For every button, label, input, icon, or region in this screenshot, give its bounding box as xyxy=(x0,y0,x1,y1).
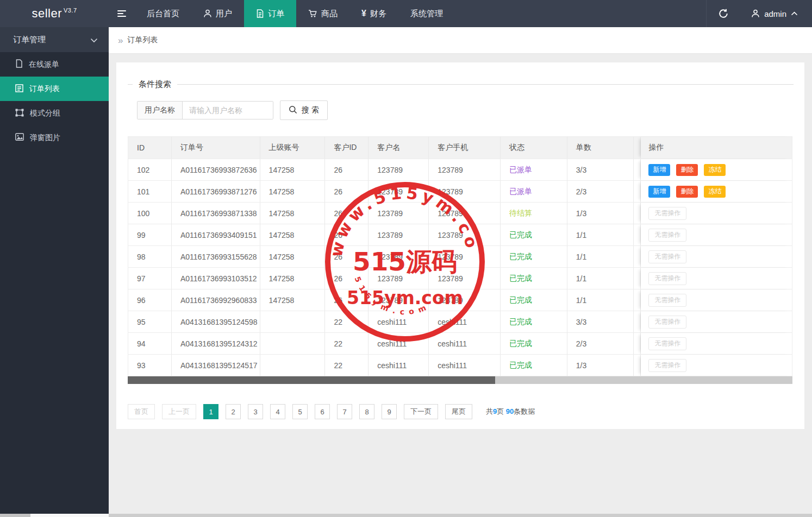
scrollbar-thumb[interactable] xyxy=(128,376,495,384)
table-row: 97 A01161736993103512 147258 26 123789 1… xyxy=(128,268,792,289)
header-cell xyxy=(634,137,641,159)
cell-parent-account: 147258 xyxy=(260,203,326,224)
add-button[interactable]: 新增 xyxy=(648,186,670,198)
search-button[interactable]: 搜 索 xyxy=(280,100,328,120)
sidebar-item-label: 在线派单 xyxy=(29,60,59,70)
cell-count: 2/3 xyxy=(567,181,634,202)
sidebar-toggle-button[interactable] xyxy=(109,0,135,27)
page-number-buttons: 123456789 xyxy=(203,404,397,419)
freeze-button[interactable]: 冻结 xyxy=(704,186,726,198)
search-icon xyxy=(289,105,297,116)
delete-button[interactable]: 删除 xyxy=(676,186,698,198)
page-button-2[interactable]: 2 xyxy=(226,404,241,419)
sidebar-item-popup-image[interactable]: 弹窗图片 xyxy=(0,125,109,150)
cell-customer-id: 22 xyxy=(325,355,368,376)
cell-status: 已完成 xyxy=(501,268,567,289)
header-cell: 客户手机 xyxy=(429,137,501,159)
cell-customer-phone: ceshi111 xyxy=(429,333,501,354)
cell-parent-account: 147258 xyxy=(260,224,326,245)
nav-item-users[interactable]: 用户 xyxy=(191,0,244,27)
sidebar-item-mode-groups[interactable]: 模式分组 xyxy=(0,101,109,125)
cell-count: 1/3 xyxy=(567,355,634,376)
screen: seller V3.7 后台首页 用户 订单 商品 ¥ xyxy=(0,0,812,517)
cell-status: 已派单 xyxy=(501,181,567,202)
sidebar-item-order-list[interactable]: 订单列表 xyxy=(0,77,109,101)
cell-status: 已完成 xyxy=(501,333,567,354)
cell-count: 3/3 xyxy=(567,311,634,332)
topbar: seller V3.7 后台首页 用户 订单 商品 ¥ xyxy=(0,0,812,27)
table-row: 96 A01161736992960833 147258 26 123789 1… xyxy=(128,289,792,311)
add-button[interactable]: 新增 xyxy=(648,164,670,176)
cell-customer-phone: 123789 xyxy=(429,203,501,224)
refresh-icon xyxy=(719,9,728,18)
freeze-button[interactable]: 冻结 xyxy=(704,164,726,176)
cell-order-no: A01161736993871276 xyxy=(172,181,260,202)
app-version: V3.7 xyxy=(64,7,77,14)
cell-actions: 无需操作 xyxy=(641,289,792,311)
cell-parent-account xyxy=(260,355,326,376)
page-horizontal-scrollbar[interactable] xyxy=(0,514,812,517)
page-button-5[interactable]: 5 xyxy=(292,404,308,419)
last-page-button[interactable]: 尾页 xyxy=(445,404,472,419)
page-button-3[interactable]: 3 xyxy=(248,404,263,419)
cell-parent-account xyxy=(260,311,326,332)
nav-item-products-label: 商品 xyxy=(321,9,338,19)
table-row: 98 A01161736993155628 147258 26 123789 1… xyxy=(128,246,792,268)
cell-customer-id: 26 xyxy=(325,289,368,311)
user-menu[interactable]: admin xyxy=(740,0,812,27)
search-button-label: 搜 索 xyxy=(302,105,319,115)
page-button-9[interactable]: 9 xyxy=(382,404,397,419)
sidebar-item-online-dispatch[interactable]: 在线派单 xyxy=(0,52,109,77)
first-page-button[interactable]: 首页 xyxy=(128,404,155,419)
no-action-button: 无需操作 xyxy=(648,337,686,350)
breadcrumb: » 订单列表 xyxy=(109,27,812,54)
prev-page-button[interactable]: 上一页 xyxy=(162,404,196,419)
table-header-row: ID订单号上级账号客户ID客户名客户手机状态单数操作 xyxy=(128,137,792,159)
cell-parent-account: 147258 xyxy=(260,181,326,202)
cell-id: 101 xyxy=(128,181,172,202)
nav-item-orders[interactable]: 订单 xyxy=(244,0,296,27)
nav-item-finance[interactable]: ¥ 财务 xyxy=(349,0,398,27)
nav-item-products[interactable]: 商品 xyxy=(296,0,349,27)
table-row: 99 A01161736993409151 147258 26 123789 1… xyxy=(128,224,792,246)
top-nav: 后台首页 用户 订单 商品 ¥ 财务 系统管理 xyxy=(109,0,455,27)
refresh-button[interactable] xyxy=(706,0,740,27)
cell-actions: 无需操作 xyxy=(641,268,792,289)
page-button-6[interactable]: 6 xyxy=(315,404,330,419)
page-scrollbar-thumb[interactable] xyxy=(30,514,109,517)
page-button-4[interactable]: 4 xyxy=(270,404,285,419)
cell-count: 1/1 xyxy=(567,268,634,289)
cell-customer-id: 22 xyxy=(325,311,368,332)
delete-button[interactable]: 删除 xyxy=(676,164,698,176)
sidebar-group-label: 订单管理 xyxy=(13,35,46,45)
cell-customer-phone: 123789 xyxy=(429,289,501,311)
cell-customer-name: 123789 xyxy=(368,246,429,267)
yen-icon: ¥ xyxy=(361,9,366,18)
chevron-down-icon xyxy=(90,35,98,45)
page-button-8[interactable]: 8 xyxy=(359,404,374,419)
username-input[interactable] xyxy=(183,102,273,119)
table-row: 94 A04131681395124312 22 ceshi111 ceshi1… xyxy=(128,333,792,355)
cell-order-no: A01161736993871338 xyxy=(172,203,260,224)
page-button-1[interactable]: 1 xyxy=(203,404,218,419)
cell-order-no: A01161736993103512 xyxy=(172,268,260,289)
object-group-icon xyxy=(15,109,24,118)
nav-item-system[interactable]: 系统管理 xyxy=(398,0,455,27)
orders-table: ID订单号上级账号客户ID客户名客户手机状态单数操作 102 A01161736… xyxy=(128,136,792,376)
header-cell: ID xyxy=(128,137,172,159)
sidebar-group-order-management[interactable]: 订单管理 xyxy=(0,27,109,52)
user-icon xyxy=(203,9,212,18)
next-page-button[interactable]: 下一页 xyxy=(404,404,438,419)
cell-customer-name: 123789 xyxy=(368,203,429,224)
total-count-value: 90 xyxy=(506,407,514,415)
cell-spacer xyxy=(634,355,641,376)
cell-count: 3/3 xyxy=(567,159,634,180)
page-button-7[interactable]: 7 xyxy=(337,404,352,419)
pagination-info: 共9页 90条数据 xyxy=(486,407,535,417)
nav-item-home[interactable]: 后台首页 xyxy=(135,0,191,27)
header-cell: 操作 xyxy=(641,137,792,159)
cell-status: 已完成 xyxy=(501,355,567,376)
table-horizontal-scrollbar[interactable] xyxy=(128,376,792,384)
table-row: 95 A04131681395124598 22 ceshi111 ceshi1… xyxy=(128,311,792,333)
order-list-card: 条件搜索 用户名称 搜 索 ID订单号上级账号客户ID客户名客户手机状态单数操作… xyxy=(116,62,804,429)
